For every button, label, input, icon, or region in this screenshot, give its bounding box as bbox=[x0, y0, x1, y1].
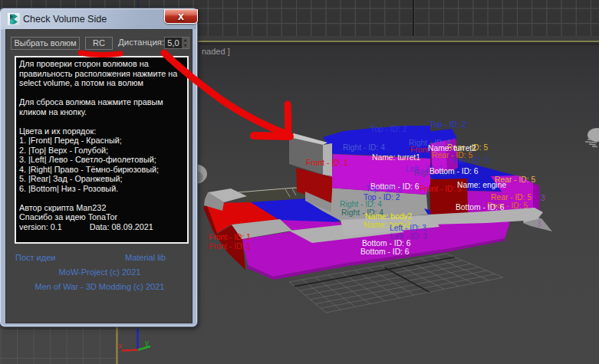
svg-text:y: y bbox=[145, 339, 149, 347]
svg-text:x: x bbox=[118, 342, 122, 350]
